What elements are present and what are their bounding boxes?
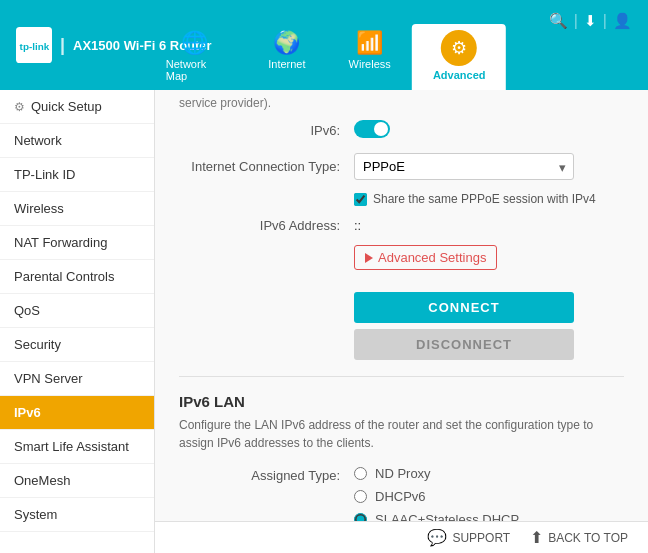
sidebar-item-quick-setup[interactable]: ⚙ Quick Setup <box>0 90 154 124</box>
sidebar-item-smart-life-label: Smart Life Assistant <box>14 439 129 454</box>
sidebar-item-wireless[interactable]: Wireless <box>0 192 154 226</box>
support-icon: 💬 <box>427 528 447 547</box>
top-note-text: service provider). <box>179 96 271 110</box>
ipv6-address-text: :: <box>354 218 361 233</box>
share-pppoe-label: Share the same PPPoE session with IPv4 <box>373 192 596 206</box>
section-divider <box>179 376 624 377</box>
share-pppoe-row: Share the same PPPoE session with IPv4 <box>179 192 624 206</box>
ipv6-toggle-row: IPv6: <box>179 120 624 141</box>
nav-advanced-label: Advanced <box>433 69 486 81</box>
back-to-top-link[interactable]: ⬆ BACK TO TOP <box>530 528 628 547</box>
nav-network-map-label: Network Map <box>166 58 223 82</box>
nav-wireless[interactable]: 📶 Wireless <box>327 24 412 90</box>
content-area: service provider). IPv6: Internet Connec… <box>155 90 648 553</box>
download-icon[interactable]: ⬇ <box>584 12 597 30</box>
sidebar-item-network[interactable]: Network <box>0 124 154 158</box>
quick-setup-icon: ⚙ <box>14 100 25 114</box>
sidebar-item-tplink-id[interactable]: TP-Link ID <box>0 158 154 192</box>
assigned-type-label: Assigned Type: <box>179 466 354 483</box>
nd-proxy-label: ND Proxy <box>375 466 431 481</box>
nav-wireless-label: Wireless <box>349 58 391 70</box>
ipv6-label: IPv6: <box>179 123 354 138</box>
connection-type-dropdown[interactable]: PPPoE DHCPv6 Static IPv6 6to4 Tunnel Pas… <box>354 153 574 180</box>
sidebar-item-ipv6[interactable]: IPv6 <box>0 396 154 430</box>
sidebar-item-qos[interactable]: QoS <box>0 294 154 328</box>
tplink-logo: tp-link <box>16 27 52 63</box>
search-icon[interactable]: 🔍 <box>549 12 568 30</box>
connection-type-select[interactable]: PPPoE DHCPv6 Static IPv6 6to4 Tunnel Pas… <box>354 153 574 180</box>
nav-internet-icon: 🌍 <box>273 30 300 56</box>
back-to-top-label: BACK TO TOP <box>548 531 628 545</box>
sidebar-item-onemesh[interactable]: OneMesh <box>0 464 154 498</box>
sidebar-item-vpn-label: VPN Server <box>14 371 83 386</box>
nav-advanced-icon: ⚙ <box>451 37 467 59</box>
nav-advanced-icon-circle: ⚙ <box>441 30 477 66</box>
sidebar-item-vpn-server[interactable]: VPN Server <box>0 362 154 396</box>
header-divider2: | <box>603 12 607 30</box>
sidebar-item-security[interactable]: Security <box>0 328 154 362</box>
footer: 💬 SUPPORT ⬆ BACK TO TOP <box>155 521 648 553</box>
ipv6-toggle[interactable] <box>354 120 390 138</box>
sidebar-item-quick-setup-label: Quick Setup <box>31 99 102 114</box>
support-label: SUPPORT <box>452 531 510 545</box>
sidebar-item-onemesh-label: OneMesh <box>14 473 70 488</box>
back-to-top-icon: ⬆ <box>530 528 543 547</box>
sidebar-item-qos-label: QoS <box>14 303 40 318</box>
brand-divider: | <box>60 35 65 56</box>
connection-type-row: Internet Connection Type: PPPoE DHCPv6 S… <box>179 153 624 180</box>
sidebar-item-smart-life[interactable]: Smart Life Assistant <box>0 430 154 464</box>
nav-internet[interactable]: 🌍 Internet <box>247 24 328 90</box>
main-layout: ⚙ Quick Setup Network TP-Link ID Wireles… <box>0 90 648 553</box>
ipv6-lan-title: IPv6 LAN <box>179 393 624 410</box>
nav-network-map[interactable]: 🌐 Network Map <box>142 24 247 90</box>
sidebar-item-tplink-id-label: TP-Link ID <box>14 167 75 182</box>
content-inner: IPv6: Internet Connection Type: PPPoE DH… <box>155 120 648 553</box>
ipv6-lan-desc: Configure the LAN IPv6 address of the ro… <box>179 416 624 452</box>
connection-type-select-wrapper: PPPoE DHCPv6 Static IPv6 6to4 Tunnel Pas… <box>354 153 624 180</box>
sidebar: ⚙ Quick Setup Network TP-Link ID Wireles… <box>0 90 155 553</box>
nd-proxy-radio[interactable] <box>354 467 367 480</box>
nav-advanced[interactable]: ⚙ Advanced <box>412 24 506 90</box>
main-nav: 🌐 Network Map 🌍 Internet 📶 Wireless ⚙ Ad… <box>142 24 506 90</box>
advanced-settings-area: Advanced Settings <box>179 245 624 282</box>
ipv6-toggle-wrapper <box>354 120 624 141</box>
connection-type-label: Internet Connection Type: <box>179 159 354 174</box>
radio-nd-proxy: ND Proxy <box>354 466 519 481</box>
sidebar-item-parental-controls[interactable]: Parental Controls <box>0 260 154 294</box>
play-icon <box>365 253 373 263</box>
top-note: service provider). <box>155 90 648 120</box>
header-divider: | <box>574 12 578 30</box>
svg-text:tp-link: tp-link <box>20 41 50 52</box>
sidebar-item-system-label: System <box>14 507 57 522</box>
nav-internet-label: Internet <box>268 58 305 70</box>
user-icon[interactable]: 👤 <box>613 12 632 30</box>
sidebar-item-parental-label: Parental Controls <box>14 269 114 284</box>
nav-wireless-icon: 📶 <box>356 30 383 56</box>
sidebar-item-nat-forwarding[interactable]: NAT Forwarding <box>0 226 154 260</box>
sidebar-item-ipv6-label: IPv6 <box>14 405 41 420</box>
dhcpv6-label: DHCPv6 <box>375 489 426 504</box>
disconnect-button[interactable]: DISCONNECT <box>354 329 574 360</box>
advanced-settings-link[interactable]: Advanced Settings <box>354 245 497 270</box>
buttons-area: CONNECT DISCONNECT <box>179 292 624 360</box>
sidebar-item-security-label: Security <box>14 337 61 352</box>
support-link[interactable]: 💬 SUPPORT <box>427 528 510 547</box>
dhcpv6-radio[interactable] <box>354 490 367 503</box>
nav-network-map-icon: 🌐 <box>181 30 208 56</box>
ipv6-address-row: IPv6 Address: :: <box>179 218 624 233</box>
header-icons: 🔍 | ⬇ | 👤 <box>549 12 632 30</box>
sidebar-item-nat-label: NAT Forwarding <box>14 235 107 250</box>
sidebar-item-wireless-label: Wireless <box>14 201 64 216</box>
share-pppoe-checkbox[interactable] <box>354 193 367 206</box>
radio-dhcpv6: DHCPv6 <box>354 489 519 504</box>
sidebar-item-network-label: Network <box>14 133 62 148</box>
advanced-settings-label: Advanced Settings <box>378 250 486 265</box>
header: tp-link | AX1500 Wi-Fi 6 Router 🔍 | ⬇ | … <box>0 0 648 90</box>
ipv6-address-label: IPv6 Address: <box>179 218 354 233</box>
sidebar-item-system[interactable]: System <box>0 498 154 532</box>
ipv6-address-value: :: <box>354 218 624 233</box>
connect-button[interactable]: CONNECT <box>354 292 574 323</box>
